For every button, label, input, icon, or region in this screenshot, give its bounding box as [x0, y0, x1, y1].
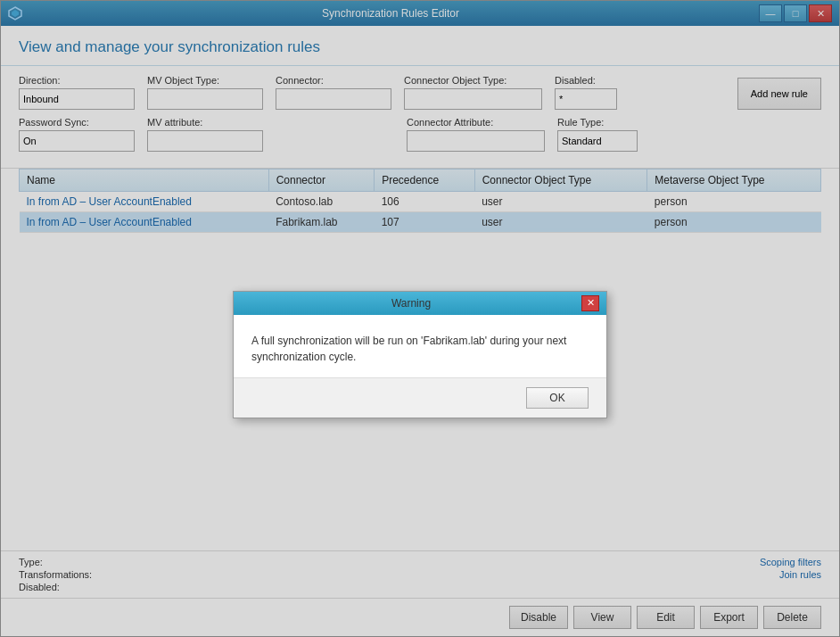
- modal-footer: OK: [234, 377, 606, 418]
- modal-ok-button[interactable]: OK: [526, 387, 589, 409]
- warning-dialog: Warning ✕ A full synchronization will be…: [233, 291, 607, 418]
- modal-title-bar: Warning ✕: [234, 292, 606, 315]
- modal-message: A full synchronization will be run on 'F…: [251, 333, 589, 365]
- modal-overlay: Warning ✕ A full synchronization will be…: [0, 0, 840, 637]
- modal-close-button[interactable]: ✕: [581, 295, 599, 311]
- modal-title: Warning: [241, 297, 581, 310]
- modal-body: A full synchronization will be run on 'F…: [234, 315, 606, 377]
